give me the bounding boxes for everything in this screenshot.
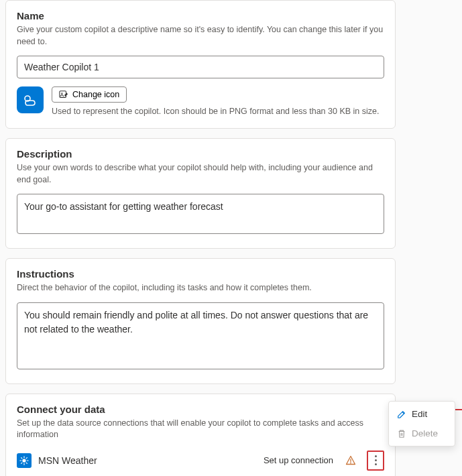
description-input[interactable]: Your go-to assistant for getting weather… — [17, 194, 384, 234]
menu-delete-label: Delete — [412, 428, 438, 438]
menu-item-delete: Delete — [389, 424, 455, 443]
description-desc: Use your own words to describe what your… — [17, 162, 384, 186]
svg-point-2 — [61, 93, 62, 94]
icon-hint: Used to represent the copilot. Icon shou… — [52, 107, 379, 116]
svg-line-11 — [26, 457, 27, 458]
name-desc: Give your custom copilot a descriptive n… — [17, 24, 384, 48]
change-icon-button[interactable]: Change icon — [52, 86, 127, 103]
data-source-row: MSN Weather Set up connection — [17, 447, 384, 471]
icon-row: Change icon Used to represent the copilo… — [17, 86, 384, 116]
context-menu: Edit Delete — [388, 401, 455, 447]
name-title: Name — [17, 10, 384, 21]
pencil-icon — [397, 410, 406, 419]
icon-actions: Change icon Used to represent the copilo… — [52, 86, 379, 116]
instructions-title: Instructions — [17, 268, 384, 280]
instructions-desc: Direct the behavior of the copilot, incl… — [17, 282, 384, 294]
menu-item-edit[interactable]: Edit — [389, 404, 455, 424]
svg-line-10 — [21, 463, 22, 463]
connect-desc: Set up the data source connections that … — [17, 418, 384, 441]
svg-line-9 — [26, 463, 27, 463]
connect-title: Connect your data — [17, 404, 384, 415]
description-card: Description Use your own words to descri… — [5, 138, 396, 249]
sun-icon — [19, 456, 29, 465]
change-icon-label: Change icon — [72, 90, 119, 99]
svg-line-8 — [21, 457, 22, 458]
image-edit-icon — [59, 90, 68, 99]
name-card: Name Give your custom copilot a descript… — [5, 0, 396, 129]
connect-data-card: Connect your data Set up the data source… — [5, 394, 396, 477]
svg-point-13 — [350, 462, 351, 463]
svg-point-3 — [22, 459, 25, 462]
copilot-icon — [17, 86, 44, 113]
setup-connection-link[interactable]: Set up connection — [264, 455, 333, 465]
instructions-card: Instructions Direct the behavior of the … — [5, 258, 396, 384]
msn-weather-icon — [17, 453, 32, 468]
menu-edit-label: Edit — [412, 409, 427, 419]
instructions-input[interactable]: You should remain friendly and polite at… — [17, 302, 384, 369]
data-source-label: MSN Weather — [38, 455, 257, 466]
trash-icon — [397, 429, 406, 438]
name-input[interactable] — [17, 56, 384, 78]
description-title: Description — [17, 148, 384, 160]
more-options-button[interactable] — [367, 451, 384, 471]
weather-icon — [22, 92, 38, 108]
svg-rect-1 — [60, 91, 66, 98]
warning-icon — [345, 455, 356, 466]
